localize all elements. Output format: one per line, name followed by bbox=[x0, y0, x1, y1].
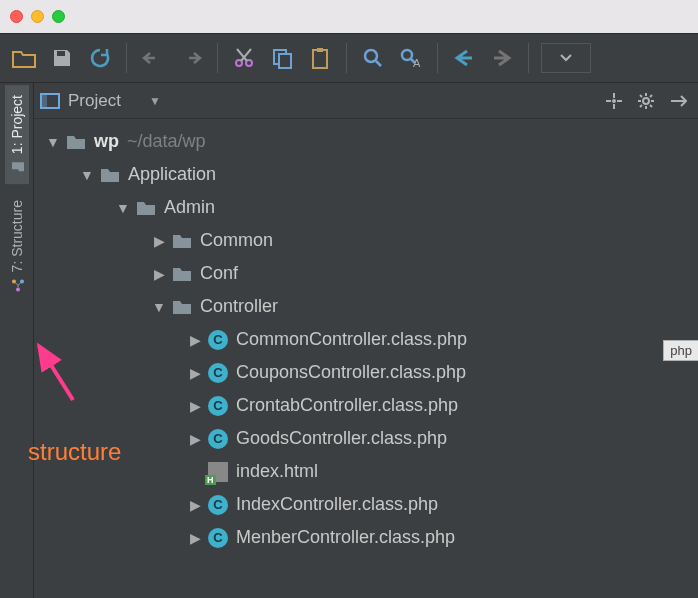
tree-item-hint: ~/data/wp bbox=[127, 131, 206, 152]
expand-toggle[interactable] bbox=[186, 497, 204, 513]
expand-toggle[interactable] bbox=[150, 266, 168, 282]
tree-folder-admin[interactable]: Admin bbox=[34, 191, 698, 224]
panel-view-dropdown[interactable]: ▼ bbox=[149, 94, 161, 108]
svg-point-7 bbox=[365, 50, 377, 62]
tree-file[interactable]: C CrontabController.class.php bbox=[34, 389, 698, 422]
cut-button[interactable] bbox=[226, 40, 262, 76]
tree-file[interactable]: C MenberController.class.php bbox=[34, 521, 698, 554]
undo-icon bbox=[142, 49, 164, 67]
tree-item-label: IndexController.class.php bbox=[236, 494, 438, 515]
toolbar-separator bbox=[528, 43, 529, 73]
svg-rect-4 bbox=[279, 54, 291, 68]
svg-point-8 bbox=[402, 50, 412, 60]
tree-folder-controller[interactable]: Controller bbox=[34, 290, 698, 323]
structure-icon bbox=[10, 279, 24, 293]
panel-title[interactable]: Project bbox=[68, 91, 121, 111]
expand-toggle[interactable] bbox=[186, 332, 204, 348]
undo-button[interactable] bbox=[135, 40, 171, 76]
php-class-icon: C bbox=[208, 396, 228, 416]
tree-item-label: Application bbox=[128, 164, 216, 185]
find-replace-button[interactable]: A bbox=[393, 40, 429, 76]
panel-settings-button[interactable] bbox=[632, 87, 660, 115]
tree-folder-conf[interactable]: Conf bbox=[34, 257, 698, 290]
open-button[interactable] bbox=[6, 40, 42, 76]
tree-item-label: MenberController.class.php bbox=[236, 527, 455, 548]
main-toolbar: A bbox=[0, 33, 698, 83]
right-edge-php-tab[interactable]: php bbox=[663, 340, 698, 361]
minimize-window-button[interactable] bbox=[31, 10, 44, 23]
svg-text:A: A bbox=[413, 57, 421, 69]
chevron-down-icon bbox=[560, 54, 572, 62]
target-icon bbox=[605, 92, 623, 110]
project-panel: Project ▼ wp ~/data/wp App bbox=[34, 83, 698, 598]
expand-toggle[interactable] bbox=[150, 233, 168, 249]
tree-root[interactable]: wp ~/data/wp bbox=[34, 125, 698, 158]
redo-button[interactable] bbox=[173, 40, 209, 76]
nav-forward-button[interactable] bbox=[484, 40, 520, 76]
expand-toggle[interactable] bbox=[186, 398, 204, 414]
paste-icon bbox=[309, 47, 331, 69]
php-class-icon: C bbox=[208, 528, 228, 548]
copy-button[interactable] bbox=[264, 40, 300, 76]
search-icon bbox=[362, 47, 384, 69]
find-button[interactable] bbox=[355, 40, 391, 76]
expand-toggle[interactable] bbox=[186, 530, 204, 546]
close-window-button[interactable] bbox=[10, 10, 23, 23]
tree-item-label: CouponsController.class.php bbox=[236, 362, 466, 383]
php-class-icon: C bbox=[208, 330, 228, 350]
project-tree[interactable]: wp ~/data/wp Application Admin Common bbox=[34, 119, 698, 598]
tree-item-label: CrontabController.class.php bbox=[236, 395, 458, 416]
search-replace-icon: A bbox=[399, 47, 423, 69]
nav-back-button[interactable] bbox=[446, 40, 482, 76]
tree-folder-application[interactable]: Application bbox=[34, 158, 698, 191]
folder-icon bbox=[172, 297, 192, 317]
expand-toggle[interactable] bbox=[186, 365, 204, 381]
svg-rect-5 bbox=[313, 50, 327, 68]
sync-icon bbox=[89, 47, 111, 69]
maximize-window-button[interactable] bbox=[52, 10, 65, 23]
tree-file[interactable]: C GoodsController.class.php bbox=[34, 422, 698, 455]
structure-tool-tab[interactable]: 7: Structure bbox=[5, 190, 29, 302]
run-config-dropdown[interactable] bbox=[541, 43, 591, 73]
expand-toggle[interactable] bbox=[150, 299, 168, 315]
project-view-icon bbox=[40, 92, 60, 110]
expand-toggle[interactable] bbox=[114, 200, 132, 216]
paste-button[interactable] bbox=[302, 40, 338, 76]
arrow-left-icon bbox=[453, 49, 475, 67]
copy-icon bbox=[271, 47, 293, 69]
collapse-button[interactable] bbox=[664, 87, 692, 115]
php-class-icon: C bbox=[208, 495, 228, 515]
folder-icon bbox=[136, 198, 156, 218]
tree-item-label: Admin bbox=[164, 197, 215, 218]
tree-item-label: CommonController.class.php bbox=[236, 329, 467, 350]
svg-rect-6 bbox=[317, 48, 323, 52]
svg-point-10 bbox=[16, 288, 20, 292]
tree-file[interactable]: C CouponsController.class.php bbox=[34, 356, 698, 389]
folder-icon bbox=[66, 132, 86, 152]
window-titlebar bbox=[0, 0, 698, 33]
project-panel-header: Project ▼ bbox=[34, 83, 698, 119]
svg-point-16 bbox=[643, 98, 649, 104]
autoscroll-button[interactable] bbox=[600, 87, 628, 115]
save-button[interactable] bbox=[44, 40, 80, 76]
expand-toggle[interactable] bbox=[44, 134, 62, 150]
php-class-icon: C bbox=[208, 363, 228, 383]
tree-file[interactable]: index.html bbox=[34, 455, 698, 488]
collapse-icon bbox=[669, 92, 687, 110]
folder-icon bbox=[100, 165, 120, 185]
expand-toggle[interactable] bbox=[78, 167, 96, 183]
scissors-icon bbox=[233, 47, 255, 69]
tree-item-label: wp bbox=[94, 131, 119, 152]
sync-button[interactable] bbox=[82, 40, 118, 76]
project-tool-tab[interactable]: 1: Project bbox=[5, 85, 29, 184]
tree-item-label: Common bbox=[200, 230, 273, 251]
save-icon bbox=[52, 48, 72, 68]
tree-item-label: GoodsController.class.php bbox=[236, 428, 447, 449]
structure-tool-tab-label: 7: Structure bbox=[9, 200, 25, 272]
expand-toggle[interactable] bbox=[186, 431, 204, 447]
tree-folder-common[interactable]: Common bbox=[34, 224, 698, 257]
tree-file[interactable]: C CommonController.class.php bbox=[34, 323, 698, 356]
tree-file[interactable]: C IndexController.class.php bbox=[34, 488, 698, 521]
toolbar-separator bbox=[346, 43, 347, 73]
project-tool-tab-label: 1: Project bbox=[9, 95, 25, 154]
